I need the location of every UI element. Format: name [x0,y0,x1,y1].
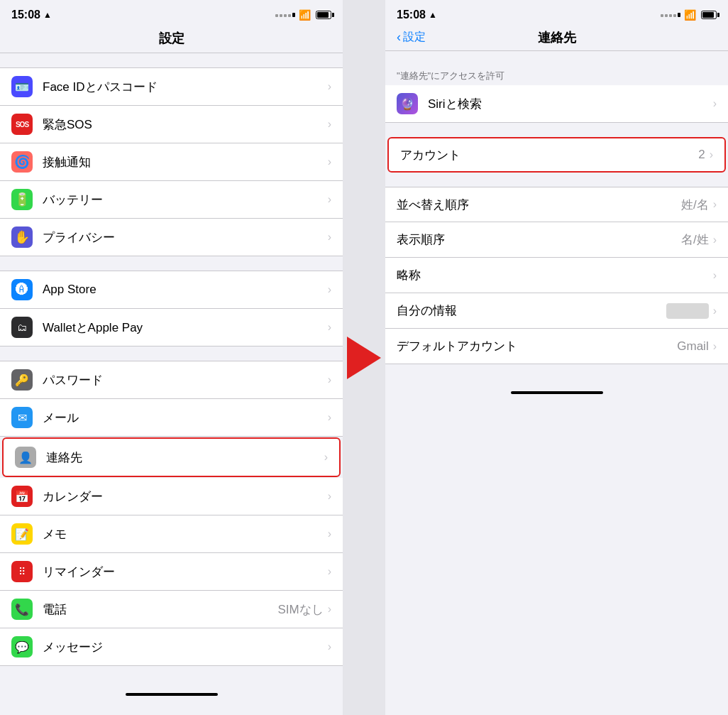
reminders-label: リマインダー [43,564,328,580]
settings-item-sos[interactable]: SOS 緊急SOS › [0,106,343,143]
location-icon: ▲ [43,10,52,20]
appstore-label: App Store [43,283,328,297]
left-screen: 15:08 ▲ 📶 設定 🪪 Face IDとパスコード › [0,0,343,715]
calendar-label: カレンダー [43,489,328,505]
left-time: 15:08 [11,9,40,21]
right-location-icon: ▲ [429,10,437,20]
right-section-siri: "連絡先"にアクセスを許可 🔮 Siriと検索 › [385,65,728,123]
contacts-icon: 👤 [15,447,36,468]
settings-item-default-account[interactable]: デフォルトアカウント Gmail › [385,329,728,364]
settings-item-messages[interactable]: 💬 メッセージ › [0,628,343,666]
notes-icon: 📝 [11,523,33,545]
display-order-label: 表示順序 [397,231,681,248]
accounts-label: アカウント [400,147,698,163]
calendar-chevron: › [328,490,331,503]
phone-value: SIMなし [277,601,323,618]
sort-order-value: 姓/名 [681,197,709,213]
messages-chevron: › [328,640,331,653]
settings-item-faceid[interactable]: 🪪 Face IDとパスコード › [0,67,343,106]
back-label: 設定 [403,30,426,45]
left-section-3: 🔑 パスワード › ✉ メール › 👤 連絡先 › 📅 カレンダー › [0,361,343,666]
settings-item-wallet[interactable]: 🗂 WalletとApple Pay › [0,309,343,346]
my-info-chevron: › [713,305,717,317]
red-arrow-icon [347,337,381,379]
faceid-label: Face IDとパスコード [43,79,328,95]
battery-chevron: › [328,193,331,206]
contacts-highlight-wrapper: 👤 連絡先 › [0,437,343,477]
display-order-chevron: › [713,234,717,246]
settings-item-reminders[interactable]: ⠿ リマインダー › [0,553,343,591]
battery-label: バッテリー [43,192,328,208]
siri-chevron: › [713,97,717,110]
accounts-highlight-wrapper: アカウント 2 › [385,137,728,173]
sos-label: 緊急SOS [43,116,328,133]
default-account-chevron: › [713,340,717,353]
left-status-bar: 15:08 ▲ 📶 [0,0,343,27]
touch-icon: 🌀 [11,151,33,173]
settings-item-appstore[interactable]: 🅐 App Store › [0,271,343,309]
settings-item-siri[interactable]: 🔮 Siriと検索 › [385,85,728,123]
calendar-icon: 📅 [11,486,33,507]
default-account-value: Gmail [677,339,708,354]
faceid-chevron: › [328,80,331,93]
battery-icon [316,11,331,19]
my-info-value [666,303,709,319]
reminders-chevron: › [328,565,331,578]
sort-order-label: 並べ替え順序 [397,197,681,213]
right-battery-icon [701,11,717,19]
sos-icon: SOS [11,114,33,135]
short-name-chevron: › [713,269,717,282]
sos-chevron: › [328,118,331,131]
settings-item-display-order[interactable]: 表示順序 名/姓 › [385,222,728,258]
privacy-label: プライバシー [43,229,328,246]
right-time: 15:08 [397,9,426,21]
contacts-label: 連絡先 [46,449,324,466]
left-nav-title: 設定 [0,27,343,53]
right-nav-header: ‹ 設定 連絡先 [385,27,728,51]
settings-item-touch[interactable]: 🌀 接触通知 › [0,143,343,181]
notes-label: メモ [43,526,328,542]
phone-chevron: › [328,603,331,616]
battery-icon-item: 🔋 [11,189,33,210]
settings-item-privacy[interactable]: ✋ プライバシー › [0,219,343,256]
arrow-divider [343,0,385,715]
right-screen: 15:08 ▲ 📶 ‹ 設定 連絡先 "連絡先"にアク [385,0,728,715]
short-name-label: 略称 [397,267,713,283]
settings-item-battery[interactable]: 🔋 バッテリー › [0,181,343,219]
wallet-chevron: › [328,321,331,334]
settings-item-contacts[interactable]: 👤 連絡先 › [2,437,341,477]
settings-item-sort-order[interactable]: 並べ替え順序 姓/名 › [385,187,728,222]
settings-item-calendar[interactable]: 📅 カレンダー › [0,478,343,515]
siri-label: Siriと検索 [428,96,713,112]
back-button[interactable]: ‹ 設定 [397,30,426,45]
mail-label: メール [43,410,328,426]
settings-item-notes[interactable]: 📝 メモ › [0,515,343,553]
contacts-chevron: › [324,451,328,464]
right-signal-icon [661,13,680,17]
settings-item-short-name[interactable]: 略称 › [385,258,728,293]
password-label: パスワード [43,372,328,388]
phone-label: 電話 [43,601,277,618]
mail-icon: ✉ [11,407,33,428]
privacy-chevron: › [328,231,331,244]
home-indicator-right [511,391,603,394]
password-chevron: › [328,373,331,386]
settings-item-phone[interactable]: 📞 電話 SIMなし › [0,591,343,628]
privacy-icon: ✋ [11,226,33,248]
right-section-accounts: アカウント 2 › [385,137,728,173]
left-section-2: 🅐 App Store › 🗂 WalletとApple Pay › [0,271,343,346]
right-wifi-icon: 📶 [684,9,696,21]
right-nav-title: 連絡先 [538,29,576,46]
settings-item-my-info[interactable]: 自分の情報 › [385,293,728,329]
wallet-label: WalletとApple Pay [43,320,328,336]
right-status-bar: 15:08 ▲ 📶 [385,0,728,27]
section-note: "連絡先"にアクセスを許可 [385,65,728,85]
sort-order-chevron: › [713,198,717,211]
settings-item-accounts[interactable]: アカウント 2 › [387,137,726,173]
default-account-label: デフォルトアカウント [397,338,677,354]
display-order-value: 名/姓 [681,231,709,248]
reminders-icon: ⠿ [11,561,33,582]
settings-item-password[interactable]: 🔑 パスワード › [0,361,343,399]
wifi-icon: 📶 [299,9,311,21]
settings-item-mail[interactable]: ✉ メール › [0,399,343,437]
